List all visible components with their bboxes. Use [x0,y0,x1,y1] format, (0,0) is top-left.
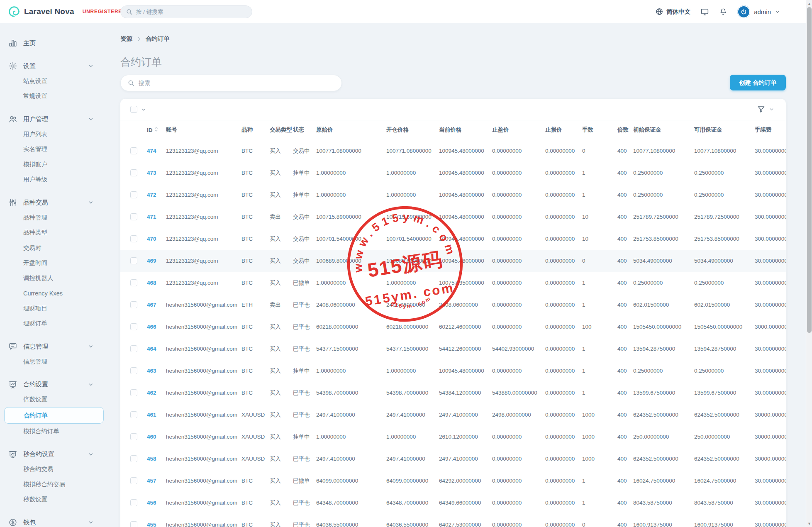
bell-icon[interactable] [719,7,727,16]
sidebar-item-user-levels[interactable]: 用户等级 [0,172,109,188]
sidebar-section-home[interactable]: 主页 [0,36,109,51]
chevron-down-icon[interactable] [141,107,146,112]
sidebar-item-realname-management[interactable]: 实名管理 [0,142,109,157]
row-id-link[interactable]: 457 [147,478,156,484]
sidebar-item-info-management-item[interactable]: 信息管理 [0,354,109,369]
row-id-link[interactable]: 468 [147,280,156,286]
page-scrollbar[interactable]: ▲ ▼ [806,0,812,527]
cell: 400 [617,360,633,382]
row-id-link[interactable]: 458 [147,456,156,462]
row-checkbox[interactable] [130,301,137,308]
sidebar-item-demo-accounts[interactable]: 模拟账户 [0,157,109,172]
sidebar-section-second-contract-settings[interactable]: 秒合约设置 [0,447,109,462]
sidebar-item-seconds-settings[interactable]: 秒数设置 [0,492,109,507]
row-checkbox[interactable] [130,455,137,462]
sidebar-item-user-list[interactable]: 用户列表 [0,127,109,142]
row-id-link[interactable]: 462 [147,390,156,396]
row-checkbox[interactable] [130,433,137,440]
cell: 2498.00000000 [492,404,545,426]
global-search-input[interactable] [136,9,247,15]
scrollbar-up-arrow[interactable]: ▲ [806,0,812,7]
column-header-0[interactable]: ID [147,120,166,140]
sidebar-section-info-management[interactable]: 信息管理 [0,339,109,354]
sidebar-section-label: 主页 [23,39,36,47]
row-id-link[interactable]: 455 [147,522,156,527]
row-id-link[interactable]: 474 [147,148,156,154]
sidebar-section-settings[interactable]: 设置 [0,59,109,73]
sidebar-item-site-settings[interactable]: 站点设置 [0,73,109,89]
create-contract-order-button[interactable]: 创建 合约订单 [730,75,786,90]
sidebar-item-wealth-projects[interactable]: 理财项目 [0,301,109,316]
chevron-down-icon[interactable] [769,107,774,112]
row-checkbox[interactable] [130,411,137,418]
sidebar-item-second-contract-trading[interactable]: 秒合约交易 [0,462,109,477]
sidebar-item-opening-hours[interactable]: 开盘时间 [0,256,109,271]
brand-title[interactable]: Laravel Nova [24,7,74,16]
sidebar-item-contract-orders[interactable]: 合约订单 [4,407,104,424]
sidebar-item-general-settings[interactable]: 常规设置 [0,89,109,104]
sidebar-item-wealth-orders[interactable]: 理财订单 [0,316,109,332]
row-checkbox[interactable] [130,257,137,264]
sidebar-item-symbol-types[interactable]: 品种类型 [0,225,109,241]
cell: 2497.41000000 [439,404,492,426]
sidebar-section-symbol-trading[interactable]: 品种交易 [0,195,109,210]
row-id-link[interactable]: 460 [147,434,156,440]
sidebar-item-currency-kxes[interactable]: Currency Kxes [0,286,109,301]
row-id-link[interactable]: 466 [147,324,156,330]
row-checkbox[interactable] [130,235,137,242]
sidebar-item-symbol-management[interactable]: 品种管理 [0,210,109,225]
row-checkbox[interactable] [130,279,137,286]
sidebar-section-wallet[interactable]: 钱包 [0,515,109,527]
row-checkbox[interactable] [130,213,137,220]
sidebar-section-contract-settings[interactable]: 合约设置 [0,377,109,392]
cell: 13599.67500000 [633,382,694,404]
sidebar-section-user-management[interactable]: 用户管理 [0,112,109,127]
row-checkbox[interactable] [130,521,137,527]
monitor-icon[interactable] [700,7,709,16]
cell: 30.00000000 [755,492,786,514]
laravel-nova-logo-icon[interactable] [8,6,20,17]
cell: 0.00000000 [492,294,545,316]
header-checkbox-cell [120,120,147,140]
global-search[interactable] [120,5,252,18]
row-id-link[interactable]: 463 [147,368,156,374]
sidebar-item-demo-second-contract-trading[interactable]: 模拟秒合约交易 [0,477,109,492]
sidebar-item-trading-pairs[interactable]: 交易对 [0,240,109,256]
filter-icon[interactable] [757,105,766,114]
scrollbar-thumb[interactable] [807,7,812,333]
row-id-link[interactable]: 469 [147,258,156,264]
select-all-checkbox[interactable] [130,106,137,113]
cell: 已平仓 [293,338,316,360]
row-checkbox[interactable] [130,477,137,484]
row-id-link[interactable]: 472 [147,192,156,198]
sidebar-item-control-robot[interactable]: 调控机器人 [0,271,109,286]
row-id-link[interactable]: 473 [147,170,156,176]
cell: 0.00000000 [545,492,582,514]
sidebar-item-multiplier-settings[interactable]: 倍数设置 [0,392,109,407]
sort-icon[interactable] [154,126,158,134]
breadcrumb-root[interactable]: 资源 [120,35,132,43]
row-checkbox[interactable] [130,499,137,506]
adjustments-icon [8,198,17,207]
row-checkbox[interactable] [130,389,137,396]
row-id-link[interactable]: 470 [147,236,156,242]
row-checkbox[interactable] [130,191,137,198]
row-checkbox[interactable] [130,345,137,352]
sidebar-item-demo-contract-orders[interactable]: 模拟合约订单 [0,424,109,439]
scrollbar-down-arrow[interactable]: ▼ [806,520,812,527]
row-checkbox[interactable] [130,169,137,176]
cell: 1 [582,184,617,206]
resource-search[interactable] [120,75,342,91]
row-id-link[interactable]: 456 [147,500,156,506]
row-id-link[interactable]: 464 [147,346,156,352]
row-id-link[interactable]: 467 [147,302,156,308]
user-menu[interactable]: admin [737,5,780,18]
row-id-link[interactable]: 461 [147,412,156,418]
cell: 400 [617,382,633,404]
row-id-link[interactable]: 471 [147,214,156,220]
row-checkbox[interactable] [130,323,137,330]
language-switcher[interactable]: 简体中文 [655,7,690,16]
row-checkbox[interactable] [130,367,137,374]
row-checkbox[interactable] [130,147,137,154]
resource-search-input[interactable] [139,80,335,86]
